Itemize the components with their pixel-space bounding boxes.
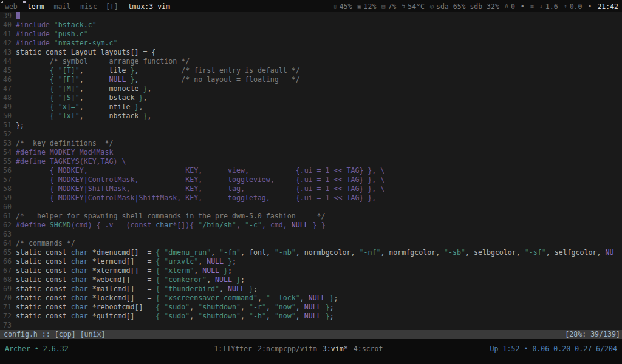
code-line-55[interactable]: 55#define TAGKEYS(KEY,TAG) \: [0, 157, 622, 166]
tag-label: web: [5, 2, 18, 11]
code-token: *webcmd[] =: [88, 275, 156, 284]
code-line-60[interactable]: 60: [0, 203, 622, 212]
code-line-73[interactable]: 73: [0, 321, 622, 330]
code-token: ": [275, 312, 279, 320]
code-token: *mailcmd[] =: [88, 285, 156, 293]
code-line-48[interactable]: 48 { "[S]", bstack },: [0, 93, 622, 103]
code-token: ,: [266, 303, 275, 311]
code-token: char: [71, 257, 88, 266]
code-line-41[interactable]: 41#include "push.c": [0, 30, 622, 39]
code-token: [F]: [63, 75, 75, 84]
code-line-61[interactable]: 61/* helper for spawning shell commands …: [0, 212, 622, 221]
code-line-56[interactable]: 56 { MODKEY, KEY, view, {.ui = 1 << TAG}…: [0, 166, 622, 175]
dwm-tag-mail[interactable]: mail: [49, 0, 75, 12]
code-token: , tile: [80, 66, 131, 75]
line-number: 50: [1, 112, 16, 121]
code-token: /* helper for spawning shell commands in…: [16, 212, 326, 220]
code-line-46[interactable]: 46 { "[F]", NULL }, /* no layout = float…: [0, 75, 622, 84]
code-token: ": [253, 294, 258, 302]
code-token: char: [71, 303, 88, 311]
code-token: static const Layout layouts[] = {: [16, 48, 156, 56]
temperature-icon: ϟ: [402, 3, 405, 10]
tag-label: term: [27, 2, 44, 11]
code-token: *rebootcmd[] =: [88, 303, 156, 311]
line-number: 45: [1, 66, 16, 75]
code-line-57[interactable]: 57 { MODKEY|ControlMask, KEY, toggleview…: [0, 175, 622, 184]
code-line-59[interactable]: 59 { MODKEY|ControlMask|ShiftMask, KEY, …: [0, 194, 622, 203]
code-line-64[interactable]: 64/* commands */: [0, 239, 622, 248]
code-token: ": [245, 221, 249, 229]
code-line-51[interactable]: 51};: [0, 121, 622, 130]
code-token: [M]: [63, 84, 75, 93]
code-line-67[interactable]: 67static const char *xtermcmd[] = { "xte…: [0, 266, 622, 275]
code-token: /* symbol arrange function */: [50, 57, 190, 66]
code-token: NULL: [109, 75, 126, 84]
code-token: {: [156, 312, 164, 320]
code-token: -sf: [529, 248, 542, 257]
code-token: [16, 57, 50, 66]
code-line-62[interactable]: 62#define SHCMD(cmd) { .v = (const char*…: [0, 221, 622, 230]
code-token: }: [131, 75, 135, 84]
vim-editor-area[interactable]: 3940#include "bstack.c"41#include "push.…: [0, 12, 622, 330]
code-token: , normfgcolor,: [380, 248, 444, 257]
code-token: ;: [241, 275, 245, 284]
code-token: ,: [138, 103, 143, 111]
code-line-42[interactable]: 42#include "nmaster-sym.c": [0, 39, 622, 48]
upload-stat-value: 0.0: [570, 2, 583, 11]
cpu-icon: ▣: [358, 3, 361, 10]
tmux-session-info: Archer • 2.6.32: [0, 345, 69, 354]
code-line-52[interactable]: 52: [0, 130, 622, 139]
code-line-44[interactable]: 44 /* symbol arrange function */: [0, 57, 622, 66]
code-line-50[interactable]: 50 { "TxT", nbstack },: [0, 112, 622, 121]
code-token: char: [71, 294, 88, 302]
code-line-70[interactable]: 70static const char *lockcmd[] = { "xscr…: [0, 294, 622, 303]
code-token: ,: [296, 312, 304, 320]
code-line-72[interactable]: 72static const char *quitcmd[] = { "sudo…: [0, 312, 622, 321]
code-token: , bstack: [80, 93, 139, 102]
tmux-window-1-ttytter[interactable]: 1:TTYtter: [214, 345, 252, 354]
code-token: ": [58, 93, 63, 102]
code-line-43[interactable]: 43static const Layout layouts[] = {: [0, 48, 622, 57]
dwm-layout-symbol[interactable]: [T]: [102, 1, 123, 11]
code-token: ": [236, 312, 241, 320]
code-line-40[interactable]: 40#include "bstack.c": [0, 21, 622, 30]
code-line-39[interactable]: 39: [0, 12, 622, 21]
dwm-tag-misc[interactable]: misc: [75, 0, 102, 12]
code-line-68[interactable]: 68static const char *webcmd[] = { "conke…: [0, 275, 622, 285]
disk-icon: ◎: [430, 3, 434, 10]
vim-cursor: [16, 12, 20, 19]
line-number: 53: [1, 139, 16, 148]
code-token: {: [156, 303, 164, 311]
line-number: 63: [1, 230, 16, 239]
code-token: char: [71, 312, 88, 320]
code-token: static const: [16, 266, 71, 275]
code-line-58[interactable]: 58 { MODKEY|ShiftMask, KEY, tag, {.ui = …: [0, 184, 622, 194]
code-token: ": [542, 248, 546, 257]
code-line-71[interactable]: 71static const char *rebootcmd[] = { "su…: [0, 303, 622, 312]
code-token: sudo: [168, 303, 185, 311]
code-token: ,: [207, 275, 215, 284]
code-line-66[interactable]: 66static const char *termcmd[] = { "urxv…: [0, 257, 622, 266]
code-line-49[interactable]: 49 { "x]=", ntile },: [0, 103, 622, 112]
tmux-window-3-vim-[interactable]: 3:vim*: [323, 345, 348, 354]
dwm-tag-web[interactable]: web: [0, 0, 22, 12]
code-line-45[interactable]: 45 { "[T]", tile }, /* first entry is de…: [0, 66, 622, 75]
dwm-tag-term[interactable]: term: [22, 0, 49, 12]
code-token: ": [58, 103, 63, 111]
code-line-53[interactable]: 53/* key definitions */: [0, 139, 622, 148]
code-token: *lockcmd[] =: [88, 294, 156, 302]
code-line-69[interactable]: 69static const char *mailcmd[] = { "thun…: [0, 285, 622, 294]
code-token: ": [262, 303, 266, 311]
code-token: ,: [80, 75, 109, 84]
tmux-window-4-scrot-[interactable]: 4:scrot-: [354, 345, 388, 354]
code-token: [126, 75, 131, 84]
tmux-window-2-ncmpcpp-vifm[interactable]: 2:ncmpcpp/vifm: [258, 345, 317, 354]
line-number: 40: [1, 21, 16, 30]
code-line-54[interactable]: 54#define MODKEY Mod4Mask: [0, 148, 622, 157]
code-token: ;: [330, 303, 334, 311]
code-token: /bin/sh: [202, 221, 232, 229]
code-line-63[interactable]: 63: [0, 230, 622, 239]
code-token: ": [54, 21, 58, 29]
code-line-65[interactable]: 65static const char *dmenucmd[] = { "dme…: [0, 248, 622, 257]
code-line-47[interactable]: 47 { "[M]", monocle },: [0, 84, 622, 93]
